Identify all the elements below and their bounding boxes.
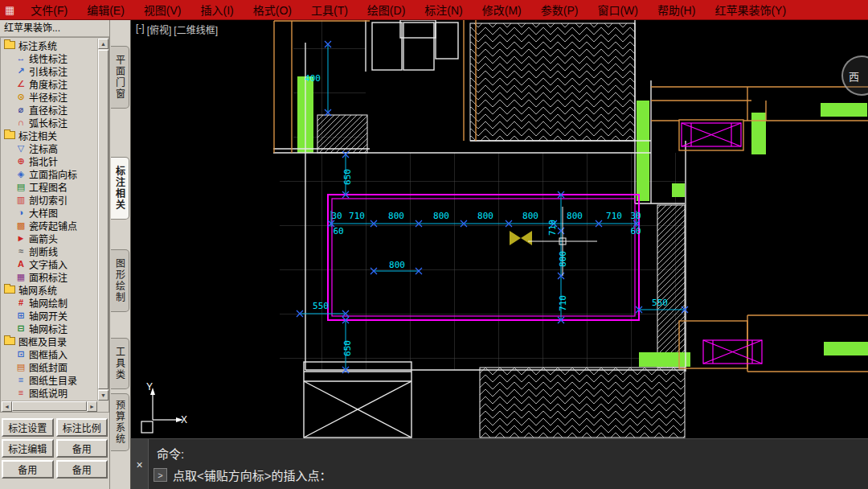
dimension-text: 710: [606, 211, 622, 221]
viewport-menu-control[interactable]: [-]: [136, 23, 145, 36]
cad-viewport[interactable]: 4006503071080080080080080071030606080071…: [131, 20, 868, 438]
close-icon[interactable]: ×: [136, 458, 142, 471]
tree-item-radius-dim[interactable]: ⊙半径标注: [2, 90, 97, 103]
tab-plan-doors-windows[interactable]: 平面门窗: [111, 46, 129, 109]
tree-item-sheet-note[interactable]: ≡图纸说明: [2, 386, 97, 399]
dimension-text: 800: [522, 211, 538, 221]
dim-edit-button[interactable]: 标注编辑: [2, 439, 54, 458]
tree-vertical-scrollbar[interactable]: ▲ ▼: [97, 39, 108, 401]
ucs-axis-label: Y: [146, 381, 153, 392]
menu-item-file[interactable]: 文件(F): [21, 0, 77, 19]
scroll-up-button[interactable]: ▲: [98, 39, 108, 49]
tab-budget-system[interactable]: 预算系统: [111, 393, 129, 451]
area-dim-icon: ▦: [15, 271, 27, 282]
window-symbol-bottom: [703, 340, 762, 364]
tree-item-area-dim[interactable]: ▦面积标注: [2, 270, 97, 283]
menu-items: 文件(F)编辑(E)视图(V)插入(I)格式(O)工具(T)绘图(D)标注(N)…: [21, 0, 796, 19]
tree-item-leader-dim[interactable]: ↗引线标注: [2, 64, 97, 77]
tab-dimension-related[interactable]: 标注相关: [111, 157, 129, 220]
tree-item-frame-insert[interactable]: ⊡图框插入: [2, 347, 97, 360]
tree-item-diameter-dim[interactable]: ⌀直径标注: [2, 103, 97, 116]
spare-button-3[interactable]: 备用: [56, 460, 108, 479]
axis-draw-icon: #: [15, 297, 27, 308]
tree-folder[interactable]: 图框及目录: [2, 335, 97, 347]
viewport-controls: [-] [俯视] [二维线框]: [136, 23, 220, 36]
tree-folder[interactable]: 标注相关: [2, 129, 97, 142]
diameter-dim-icon: ⌀: [15, 104, 27, 115]
tree-item-north-arrow[interactable]: ⊕指北针: [2, 154, 97, 167]
tree-item-tile-start-point[interactable]: ▩瓷砖起铺点: [2, 219, 97, 232]
tree-item-axis-draw[interactable]: #轴网绘制: [2, 296, 97, 309]
menu-item-help[interactable]: 帮助(H): [648, 0, 705, 19]
scroll-left-button[interactable]: ◄: [2, 401, 12, 412]
tool-tree-frame: 标注系统↔线性标注↗引线标注∠角度标注⊙半径标注⌀直径标注∩弧长标注标注相关▽注…: [0, 37, 109, 413]
window-symbol-top: [682, 123, 741, 146]
command-input-row[interactable]: > 点取<铺贴方向标>的插入点：: [154, 466, 332, 483]
leader-dim-icon: ↗: [15, 65, 27, 76]
tab-tool-class[interactable]: 工具类: [111, 338, 129, 389]
break-line-icon: ≈: [15, 245, 27, 257]
tree-folder[interactable]: 轴网系统: [2, 283, 97, 296]
menu-item-view[interactable]: 视图(V): [134, 0, 191, 19]
tree-item-project-name[interactable]: ▤工程图名: [2, 180, 97, 193]
menu-item-format[interactable]: 格式(O): [244, 0, 301, 19]
tree-item-draw-arrow[interactable]: ►画箭头: [2, 232, 97, 244]
dimension-text: 550: [652, 298, 668, 308]
tree-item-section-index[interactable]: ▥剖切索引: [2, 193, 97, 206]
dimension-text: 30: [331, 211, 342, 221]
menu-item-dimension[interactable]: 标注(N): [415, 0, 472, 19]
vertical-scrollbar-thumb[interactable]: [98, 50, 108, 389]
menu-item-red-apple[interactable]: 红苹果装饰(Y): [705, 0, 796, 19]
tree-item-text-insert[interactable]: A文字插入: [2, 257, 97, 270]
tree-item-axis-switch[interactable]: ⊞轴网开关: [2, 309, 97, 322]
tree-label: 文字插入: [29, 257, 68, 271]
menu-item-modify[interactable]: 修改(M): [473, 0, 531, 19]
viewport-visual-style-control[interactable]: [二维线框]: [174, 23, 218, 36]
detail-drawing-icon: ◑: [15, 207, 27, 218]
compass-west-label[interactable]: 西: [849, 68, 859, 84]
project-name-icon: ▤: [15, 181, 27, 192]
menu-item-draw[interactable]: 绘图(D): [358, 0, 415, 19]
spare-button-1[interactable]: 备用: [56, 439, 108, 458]
tree-item-detail-drawing[interactable]: ◑大样图: [2, 206, 97, 219]
tree-label: 弧长标注: [29, 116, 68, 129]
tree-item-axis-dim[interactable]: ⊟轴网标注: [2, 322, 97, 335]
tree-item-elevation-pointer[interactable]: ◈立面指向标: [2, 167, 97, 180]
tree-folder[interactable]: 标注系统: [2, 39, 97, 51]
prompt-icon: >: [154, 468, 167, 482]
tree-label: 轴网系统: [18, 283, 57, 297]
app-icon[interactable]: ▦: [5, 5, 14, 15]
tree-label: 半径标注: [29, 90, 68, 104]
viewport-view-control[interactable]: [俯视]: [147, 23, 172, 36]
tree-label: 图纸封面: [29, 360, 68, 374]
radius-dim-icon: ⊙: [15, 91, 27, 102]
tree-item-break-line[interactable]: ≈剖断线: [2, 244, 97, 257]
dim-scale-button[interactable]: 标注比例: [56, 418, 108, 437]
scroll-right-button[interactable]: ►: [87, 401, 97, 412]
command-prompt-text: 点取<铺贴方向标>的插入点：: [173, 466, 332, 483]
menu-item-tools[interactable]: 工具(T): [301, 0, 358, 19]
menu-item-edit[interactable]: 编辑(E): [77, 0, 134, 19]
tree-item-sheet-cover[interactable]: ▤图纸封面: [2, 360, 97, 373]
tree-item-elevation-mark[interactable]: ▽注标高: [2, 142, 97, 154]
tree-horizontal-scrollbar[interactable]: ◄ ►: [2, 401, 97, 411]
menu-bar: ▦ 文件(F)编辑(E)视图(V)插入(I)格式(O)工具(T)绘图(D)标注(…: [0, 0, 868, 20]
tree-item-angle-dim[interactable]: ∠角度标注: [2, 77, 97, 90]
tab-shape-drawing[interactable]: 图形绘制: [111, 249, 129, 312]
spare-button-2[interactable]: 备用: [2, 460, 54, 479]
menu-item-window[interactable]: 窗口(W): [588, 0, 648, 19]
tree-item-sheet-toc[interactable]: ≡图纸生目录: [2, 373, 97, 386]
tree-label: 轴网绘制: [29, 296, 68, 310]
command-close-strip: ×: [131, 439, 149, 489]
scroll-down-button[interactable]: ▼: [98, 390, 108, 401]
dimension-text: 550: [313, 301, 329, 311]
tree-item-arc-dim[interactable]: ∩弧长标注: [2, 116, 97, 129]
menu-item-parameters[interactable]: 参数(P): [531, 0, 588, 19]
tree-label: 大样图: [29, 206, 58, 220]
drawing-canvas[interactable]: [-] [俯视] [二维线框] 西: [131, 20, 868, 438]
tree-label: 剖切索引: [29, 193, 68, 207]
menu-item-insert[interactable]: 插入(I): [191, 0, 244, 19]
tree-item-linear-dim[interactable]: ↔线性标注: [2, 51, 97, 64]
horizontal-scrollbar-thumb[interactable]: [12, 401, 87, 411]
dim-settings-button[interactable]: 标注设置: [2, 418, 54, 437]
